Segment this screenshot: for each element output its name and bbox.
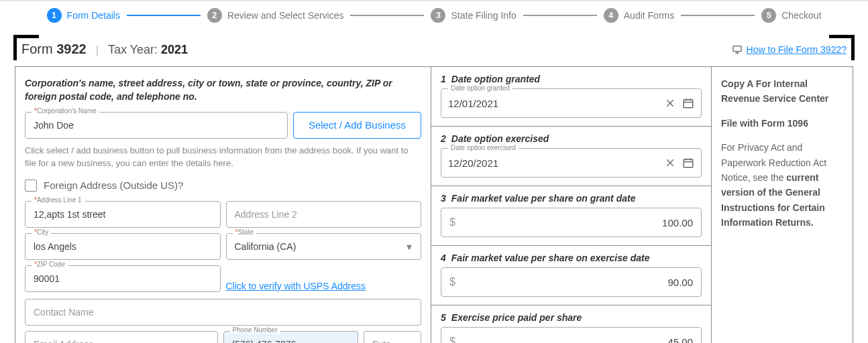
step-label-4: Audit Forms	[624, 10, 674, 21]
box-4: 4Fair market value per share on exercise…	[431, 246, 711, 305]
step-checkout[interactable]: 5 Checkout	[761, 8, 821, 23]
step-circle-4: 4	[604, 8, 618, 23]
date-granted-label: Date option granted	[448, 84, 512, 92]
verify-usps-link[interactable]: Click to verify with USPS Address	[226, 274, 366, 291]
form-header: Form 3922 | Tax Year: 2021 How to File F…	[15, 36, 853, 66]
divider: |	[96, 44, 99, 56]
fmv-exercise-field[interactable]: $	[441, 267, 702, 297]
box-2: 2Date option exercised Date option exerc…	[431, 127, 711, 186]
box-3: 3Fair market value per share on grant da…	[431, 186, 711, 246]
zip-input[interactable]	[25, 265, 221, 292]
zip-label: *ZIP Code	[32, 261, 68, 268]
privacy-notice: For Privacy Act and Paperwork Reduction …	[721, 140, 843, 230]
address-line2-input[interactable]	[226, 201, 422, 228]
date-granted-input[interactable]	[448, 98, 659, 109]
state-label: *State	[233, 228, 256, 236]
addr1-label: *Address Line 1	[32, 196, 85, 204]
step-circle-3: 3	[431, 8, 445, 23]
step-state-filing[interactable]: 3 State Filing Info	[431, 8, 516, 23]
currency-symbol: $	[449, 276, 455, 288]
step-line-4	[681, 15, 755, 16]
progress-stepper: 1 Form Details 2 Review and Select Servi…	[0, 1, 868, 29]
corp-name-label: *Corporation's Name	[32, 107, 99, 115]
fmv-exercise-input[interactable]	[461, 277, 693, 288]
svg-rect-5	[684, 100, 693, 108]
step-line-2	[350, 15, 424, 16]
business-help-text: Click select / add business button to pu…	[25, 144, 421, 170]
clear-icon[interactable]	[665, 157, 675, 168]
boxes-panel: 1Date option granted Date option granted…	[431, 67, 712, 343]
svg-rect-11	[684, 159, 693, 167]
exercise-price-input[interactable]	[461, 336, 693, 344]
box-5: 5Exercise price paid per share $	[431, 305, 711, 343]
fmv-grant-input[interactable]	[461, 217, 693, 228]
tax-year: Tax Year: 2021	[108, 43, 188, 57]
calendar-icon[interactable]	[682, 157, 694, 169]
info-panel: Copy A For Internal Revenue Service Cent…	[712, 67, 853, 343]
clear-icon[interactable]	[665, 98, 675, 109]
step-line-3	[523, 15, 597, 16]
step-label-1: Form Details	[67, 10, 120, 21]
box-1: 1Date option granted Date option granted	[431, 67, 711, 127]
copy-a-heading: Copy A For Internal Revenue Service Cent…	[721, 78, 828, 104]
step-audit-forms[interactable]: 4 Audit Forms	[604, 8, 674, 23]
foreign-address-label: Foreign Address (Outside US)?	[44, 180, 183, 191]
step-form-details[interactable]: 1 Form Details	[47, 8, 120, 23]
calendar-icon[interactable]	[682, 97, 694, 109]
step-circle-2: 2	[207, 8, 222, 23]
city-label: *City	[32, 228, 51, 236]
date-granted-field[interactable]: Date option granted	[441, 88, 702, 118]
contact-name-input[interactable]	[25, 299, 421, 326]
exercise-price-field[interactable]: $	[441, 327, 702, 343]
panel-instructions: Corporation's name, street address, city…	[25, 76, 421, 104]
date-exercised-field[interactable]: Date option exercised	[441, 148, 702, 178]
step-review-services[interactable]: 2 Review and Select Services	[207, 8, 344, 23]
date-exercised-label: Date option exercised	[448, 144, 519, 151]
file-with-heading: File with Form 1096	[721, 118, 808, 129]
corporation-panel: Corporation's name, street address, city…	[15, 67, 431, 343]
date-exercised-input[interactable]	[448, 157, 659, 169]
state-select[interactable]	[226, 233, 422, 260]
foreign-address-checkbox[interactable]	[25, 180, 37, 192]
address-line1-input[interactable]	[25, 201, 221, 228]
currency-symbol: $	[449, 216, 455, 228]
city-input[interactable]	[25, 233, 221, 260]
corporation-name-input[interactable]	[25, 112, 288, 139]
corner-decoration-tr	[829, 35, 855, 60]
phone-label: Phone Number	[230, 326, 280, 334]
email-input[interactable]	[25, 331, 218, 343]
presentation-icon	[732, 44, 743, 55]
fmv-grant-field[interactable]: $	[441, 208, 702, 237]
extn-input[interactable]	[364, 331, 421, 343]
corner-decoration-tl	[13, 35, 39, 60]
select-add-business-button[interactable]: Select / Add Business	[293, 112, 421, 139]
svg-rect-0	[733, 46, 741, 51]
step-label-3: State Filing Info	[451, 10, 516, 21]
currency-symbol: $	[449, 336, 455, 343]
step-label-5: Checkout	[781, 10, 821, 21]
step-label-2: Review and Select Services	[227, 10, 344, 21]
step-line-1	[127, 15, 201, 16]
step-circle-1: 1	[47, 8, 62, 23]
step-circle-5: 5	[761, 8, 776, 23]
